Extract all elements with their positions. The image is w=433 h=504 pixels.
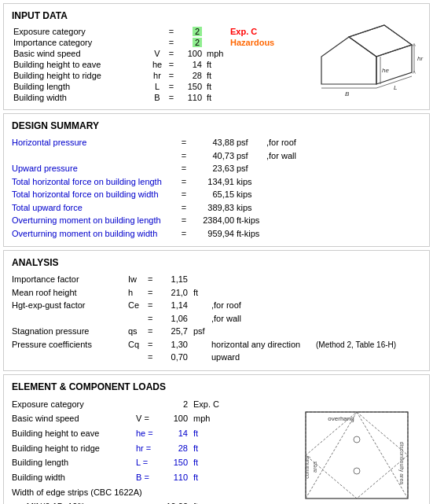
input-val: 28: [178, 70, 205, 81]
element-label: Building width: [12, 470, 134, 485]
element-sym: B =: [136, 470, 158, 485]
analysis-val: 1,30: [160, 338, 188, 351]
element-sym: L =: [136, 455, 158, 470]
input-unit: ft: [205, 92, 229, 103]
input-label: Building length: [12, 81, 149, 92]
analysis-note: upward: [211, 351, 314, 364]
svg-line-3: [349, 25, 384, 37]
input-val: 150: [178, 81, 205, 92]
input-label: Building height to eave: [12, 59, 149, 70]
design-row: Total upward force=389,83kips: [12, 201, 421, 215]
analysis-note: ,for wall: [211, 312, 314, 326]
input-row: Importance category=2Hazardous: [12, 37, 276, 48]
svg-marker-0: [321, 37, 376, 84]
analysis-val: 21,0: [160, 286, 188, 300]
input-note: [229, 70, 276, 81]
input-label: Exposure category: [12, 26, 149, 37]
analysis-eq: =: [148, 273, 157, 286]
input-data-table: Exposure category=2Exp. CImportance cate…: [12, 26, 276, 103]
analysis-row: =1,06,for wall: [12, 312, 421, 326]
element-sym: V =: [136, 411, 158, 426]
element-title: ELEMENT & COMPONENT LOADS: [12, 381, 289, 392]
svg-text:B: B: [345, 90, 350, 97]
input-data-left: INPUT DATA Exposure category=2Exp. CImpo…: [12, 10, 289, 103]
element-diagram: overhang continuity area discontinuity a…: [295, 381, 421, 505]
design-row: Overturning moment on building length=23…: [12, 214, 421, 227]
design-eq: =: [179, 227, 189, 241]
analysis-sym: h: [128, 286, 145, 300]
input-eq: =: [165, 26, 178, 37]
element-val: 110: [160, 470, 188, 485]
design-val: 40,73: [191, 149, 234, 163]
analysis-label: Hgt-exp-gust factor: [12, 299, 126, 312]
element-val: 100: [160, 411, 188, 426]
input-row: Building height to ridgehr=28ft: [12, 70, 276, 81]
input-sym: V: [149, 48, 165, 59]
building-diagram: hr he L B: [298, 13, 420, 100]
design-val: 959,94: [191, 227, 234, 241]
element-val: 14: [160, 426, 188, 441]
analysis-note: ,for roof: [211, 299, 314, 312]
design-row: Horizontal pressure=43,88psf,for roof: [12, 136, 421, 149]
element-row: Basic wind speedV =100mph: [12, 411, 289, 426]
element-label: Building height to eave: [12, 426, 134, 441]
input-eq: =: [165, 59, 178, 70]
element-zone-diagram: overhang continuity area discontinuity a…: [298, 408, 420, 502]
input-row: Building lengthL=150ft: [12, 81, 276, 92]
input-sym: [149, 26, 165, 37]
svg-text:L: L: [394, 84, 397, 91]
analysis-eq: =: [148, 286, 157, 300]
input-sym: hr: [149, 70, 165, 81]
input-sym: L: [149, 81, 165, 92]
input-val: 110: [178, 92, 205, 103]
analysis-unit: psf: [190, 325, 209, 338]
analysis-label: Mean roof height: [12, 286, 126, 300]
element-unit: ft: [190, 470, 198, 485]
element-val: 150: [160, 455, 188, 470]
design-label: Total upward force: [12, 201, 177, 215]
analysis-label: Pressure coefficients: [12, 338, 126, 351]
input-unit: [205, 37, 229, 48]
input-eq: =: [165, 81, 178, 92]
design-val: 43,88: [191, 136, 234, 149]
element-sym: hr =: [136, 441, 158, 456]
analysis-title: ANALYSIS: [12, 257, 421, 268]
input-eq: =: [165, 92, 178, 103]
element-val: 2: [160, 397, 188, 412]
design-summary-title: DESIGN SUMMARY: [12, 120, 421, 131]
svg-line-4: [384, 25, 412, 45]
element-unit: Exp. C: [190, 397, 219, 412]
input-unit: ft: [205, 59, 229, 70]
input-data-section: INPUT DATA Exposure category=2Exp. CImpo…: [3, 3, 430, 110]
input-note: Hazardous: [229, 37, 276, 48]
svg-rect-13: [306, 412, 408, 498]
design-summary-section: DESIGN SUMMARY Horizontal pressure=43,88…: [3, 113, 430, 247]
input-sym: he: [149, 59, 165, 70]
input-sym: B: [149, 92, 165, 103]
design-unit: psf: [237, 149, 264, 163]
design-val: 2384,00: [191, 214, 234, 227]
design-val: 389,83: [191, 201, 234, 215]
input-row: Exposure category=2Exp. C: [12, 26, 276, 37]
design-unit: kips: [237, 175, 264, 189]
input-note: [229, 92, 276, 103]
input-row: Building height to eavehe=14ft: [12, 59, 276, 70]
input-sym: [149, 37, 165, 48]
design-eq: =: [179, 214, 189, 227]
element-label: Width of edge strips (CBC 1622A): [12, 485, 142, 500]
input-eq: =: [165, 37, 178, 48]
analysis-label: Stagnation pressure: [12, 325, 126, 338]
input-label: Basic wind speed: [12, 48, 149, 59]
element-left: ELEMENT & COMPONENT LOADS Exposure categ…: [12, 381, 289, 505]
input-unit: ft: [205, 81, 229, 92]
element-unit: ft: [190, 455, 198, 470]
analysis-row: Hgt-exp-gust factorCe=1,14,for roof: [12, 299, 421, 312]
input-row: Building widthB=110ft: [12, 92, 276, 103]
design-eq: =: [179, 175, 189, 189]
element-unit: ft: [190, 441, 198, 456]
input-data-diagram: hr he L B: [295, 10, 421, 103]
design-label: Total horizontal force on building lengt…: [12, 175, 177, 189]
input-unit: mph: [205, 48, 229, 59]
analysis-val: 0,70: [160, 351, 188, 364]
analysis-val: 1,06: [160, 312, 188, 326]
